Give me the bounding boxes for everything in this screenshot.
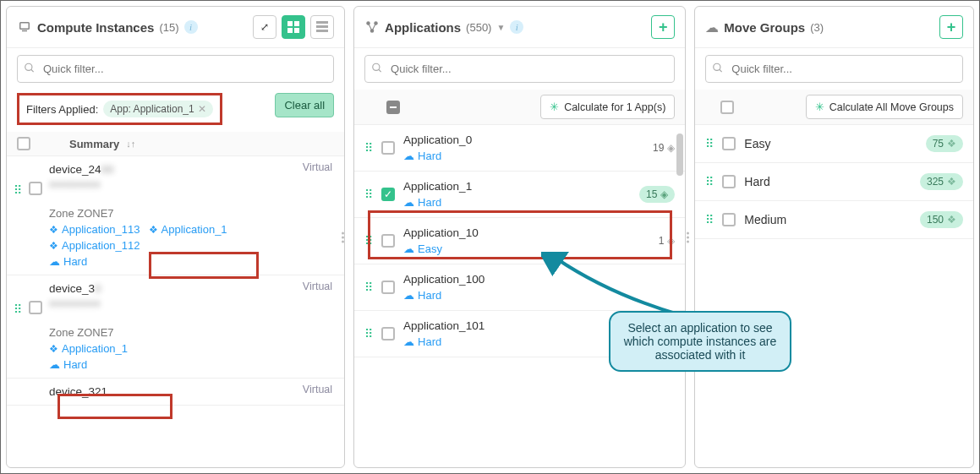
drag-handle-icon[interactable]: ⠿: [705, 213, 714, 226]
app-instance-count-badge: 15 ◈: [639, 186, 675, 203]
compute-filter-row: [7, 48, 344, 90]
add-movegroup-button[interactable]: +: [939, 15, 963, 39]
difficulty-link[interactable]: ☁Hard: [49, 358, 87, 371]
expand-button[interactable]: ⤢: [253, 15, 276, 39]
filters-applied-bar: Filters Applied: App: Application_1 ✕: [17, 93, 222, 125]
info-icon[interactable]: i: [510, 20, 523, 34]
dropdown-icon[interactable]: ▼: [496, 23, 505, 32]
compute-list-header: Summary ↓↑: [7, 132, 344, 156]
mg-checkbox[interactable]: [722, 137, 736, 150]
app-icon: ❖: [49, 343, 58, 355]
app-name: Application_0: [403, 133, 644, 146]
app-icon: ❖: [947, 214, 956, 226]
app-checkbox[interactable]: [381, 141, 395, 155]
cloud-icon: ☁: [403, 150, 414, 162]
cloud-icon: ☁: [403, 242, 414, 255]
compute-filter-input[interactable]: [17, 55, 334, 83]
drag-handle-icon[interactable]: ⠿: [364, 188, 373, 201]
drag-handle-icon[interactable]: ⠿: [705, 175, 714, 188]
app-name: Application_100: [403, 273, 666, 286]
drag-handle-icon[interactable]: ⠿: [14, 302, 22, 316]
compute-selectall-checkbox[interactable]: [17, 137, 30, 150]
app-difficulty[interactable]: ☁Hard: [403, 196, 441, 209]
instance-name: device_321: [49, 385, 334, 398]
app-name: Application_1: [403, 180, 631, 193]
svg-rect-5: [294, 28, 299, 33]
mg-row[interactable]: ⠿ Medium 150 ❖: [695, 201, 973, 239]
info-icon[interactable]: i: [184, 20, 198, 34]
app-link[interactable]: ❖Application_1: [49, 342, 128, 355]
apps-list-header: ✳ Calculate for 1 App(s): [354, 90, 685, 125]
app-row[interactable]: ⠿ Application_10 ☁Easy 1 ◈: [354, 218, 685, 264]
grid-view-button[interactable]: [282, 15, 305, 39]
resize-handle[interactable]: [687, 232, 689, 242]
mg-selectall-checkbox[interactable]: [720, 101, 734, 114]
drag-handle-icon[interactable]: ⠿: [364, 281, 373, 294]
app-link[interactable]: ❖Application_113: [49, 223, 140, 236]
app-checkbox[interactable]: ✓: [381, 188, 395, 201]
apps-selectall-checkbox[interactable]: [386, 101, 400, 114]
compute-title: Compute Instances: [37, 20, 154, 35]
mg-checkbox[interactable]: [722, 175, 736, 188]
instance-name: device_24: [49, 163, 101, 176]
table-view-button[interactable]: [310, 15, 334, 39]
mg-list-header: ✳ Calculate All Move Groups: [695, 90, 973, 125]
mg-count-badge: 75 ❖: [926, 135, 963, 152]
svg-rect-8: [316, 30, 328, 32]
add-application-button[interactable]: +: [651, 15, 675, 39]
filter-chip[interactable]: App: Application_1 ✕: [103, 101, 212, 117]
svg-rect-2: [287, 21, 293, 26]
mg-filter-row: [695, 48, 973, 90]
mg-row[interactable]: ⠿ Easy 75 ❖: [695, 125, 973, 163]
apps-filter-input[interactable]: [364, 55, 675, 83]
row-checkbox[interactable]: [29, 301, 42, 314]
mg-name: Hard: [744, 175, 912, 188]
apps-title: Applications: [385, 20, 461, 35]
app-row[interactable]: ⠿ Application_0 ☁Hard 19 ◈: [354, 125, 685, 172]
app-checkbox[interactable]: [381, 327, 395, 341]
app-checkbox[interactable]: [381, 234, 395, 248]
app-difficulty[interactable]: ☁Hard: [403, 289, 441, 302]
search-icon: [24, 62, 36, 76]
filter-chip-remove-icon[interactable]: ✕: [198, 103, 206, 115]
compute-row: Virtual device_2400 xxxxxxxxx ⠿ Zone ZON…: [7, 156, 344, 275]
mg-name: Easy: [744, 137, 917, 150]
table-icon: [316, 21, 328, 33]
row-checkbox[interactable]: [29, 182, 42, 195]
instance-name: device_3: [49, 282, 95, 295]
cloud-icon: ☁: [403, 196, 414, 209]
drag-handle-icon[interactable]: ⠿: [364, 234, 373, 248]
mg-checkbox[interactable]: [722, 213, 736, 226]
scrollbar[interactable]: [676, 133, 683, 176]
calculate-movegroups-button[interactable]: ✳ Calculate All Move Groups: [806, 95, 963, 119]
app-row-selected[interactable]: ⠿ ✓ Application_1 ☁Hard 15 ◈: [354, 172, 685, 218]
app-difficulty[interactable]: ☁Easy: [403, 242, 442, 255]
drag-handle-icon[interactable]: ⠿: [14, 183, 22, 197]
app-checkbox[interactable]: [381, 281, 395, 294]
summary-column-label[interactable]: Summary: [69, 138, 119, 150]
cloud-icon: ☁: [49, 255, 60, 268]
cube-icon: ◈: [660, 188, 668, 200]
clear-all-button[interactable]: Clear all: [275, 93, 334, 117]
mg-filter-input[interactable]: [705, 55, 963, 83]
mg-row[interactable]: ⠿ Hard 325 ❖: [695, 163, 973, 201]
sort-icon[interactable]: ↓↑: [126, 139, 135, 149]
app-row[interactable]: ⠿ Application_100 ☁Hard: [354, 264, 685, 311]
app-difficulty[interactable]: ☁Hard: [403, 150, 441, 162]
drag-handle-icon[interactable]: ⠿: [364, 141, 373, 155]
svg-line-15: [372, 24, 376, 31]
difficulty-link[interactable]: ☁Hard: [49, 255, 87, 268]
drag-handle-icon[interactable]: ⠿: [705, 137, 714, 150]
apps-list-body: ⠿ Application_0 ☁Hard 19 ◈ ⠿ ✓ Applicati…: [354, 125, 685, 467]
drag-handle-icon[interactable]: ⠿: [364, 327, 373, 341]
mg-count-badge: 150 ❖: [920, 211, 963, 228]
expand-icon: ⤢: [260, 21, 269, 33]
svg-rect-7: [316, 25, 328, 28]
app-difficulty[interactable]: ☁Hard: [403, 335, 441, 348]
compute-icon: [17, 19, 32, 35]
resize-handle[interactable]: [342, 232, 344, 242]
app-link[interactable]: ❖Application_112: [49, 239, 140, 252]
app-link[interactable]: ❖Application_1: [149, 223, 227, 236]
plus-icon: +: [659, 19, 668, 36]
calculate-apps-button[interactable]: ✳ Calculate for 1 App(s): [540, 95, 675, 119]
